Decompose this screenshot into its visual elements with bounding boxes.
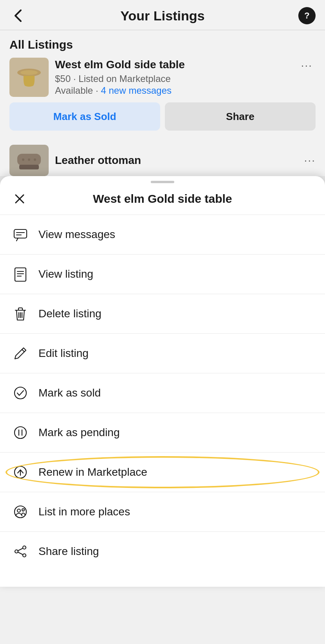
menu-label-share-listing: Share listing — [38, 545, 99, 558]
sheet-title: West elm Gold side table — [28, 192, 297, 206]
listing-title: West elm Gold side table — [55, 58, 292, 72]
listing-card-1: West elm Gold side table $50 · Listed on… — [9, 58, 316, 137]
svg-rect-7 — [14, 229, 27, 238]
listing-price-status: $50 · Listed on Marketplace — [55, 73, 292, 84]
svg-point-4 — [22, 158, 24, 161]
sheet-header: West elm Gold side table — [0, 183, 325, 215]
svg-point-13 — [17, 509, 20, 512]
menu-label-delete-listing: Delete listing — [38, 307, 101, 320]
bottom-sheet: West elm Gold side table View messages V… — [0, 176, 325, 587]
listing-2-menu-button[interactable]: ··· — [304, 154, 316, 167]
listing-actions: Mark as Sold Share — [9, 102, 316, 131]
upload-circle-icon — [11, 463, 30, 482]
menu-item-mark-as-pending[interactable]: Mark as pending — [0, 413, 325, 453]
sheet-close-button[interactable] — [11, 190, 28, 207]
listing-preview-title: Leather ottoman — [55, 154, 141, 167]
trash-icon — [11, 304, 30, 323]
svg-point-14 — [22, 509, 24, 511]
help-button[interactable]: ? — [298, 7, 316, 24]
listings-section: All Listings West elm Gold side table $5… — [0, 30, 325, 176]
back-button[interactable] — [9, 7, 27, 24]
svg-point-9 — [15, 387, 26, 399]
page-title: Your Listings — [121, 8, 205, 24]
menu-item-view-messages[interactable]: View messages — [0, 215, 325, 255]
pause-circle-icon — [11, 423, 30, 442]
menu-label-mark-as-sold: Mark as sold — [38, 387, 101, 399]
document-icon — [11, 265, 30, 284]
menu-item-mark-as-sold[interactable]: Mark as sold — [0, 373, 325, 413]
svg-rect-8 — [15, 268, 26, 281]
svg-point-17 — [23, 554, 26, 557]
people-circle-icon — [11, 502, 30, 521]
share-icon — [11, 542, 30, 561]
share-button[interactable]: Share — [165, 102, 316, 131]
listing-thumbnail — [9, 58, 49, 97]
svg-rect-3 — [19, 165, 39, 169]
menu-item-share-listing[interactable]: Share listing — [0, 532, 325, 571]
mark-as-sold-button[interactable]: Mark as Sold — [9, 102, 160, 131]
listing-thumbnail-2 — [9, 145, 49, 176]
menu-item-list-in-more-places[interactable]: List in more places — [0, 492, 325, 532]
pencil-icon — [11, 344, 30, 363]
check-circle-icon — [11, 384, 30, 402]
chat-icon — [11, 225, 30, 244]
svg-point-5 — [28, 158, 30, 161]
menu-item-view-listing[interactable]: View listing — [0, 255, 325, 294]
menu-item-edit-listing[interactable]: Edit listing — [0, 334, 325, 373]
listing-availability: Available · 4 new messages — [55, 85, 292, 96]
svg-point-10 — [15, 427, 26, 438]
all-listings-heading: All Listings — [9, 38, 316, 51]
menu-label-mark-as-pending: Mark as pending — [38, 426, 120, 439]
menu-label-edit-listing: Edit listing — [38, 347, 89, 360]
listing-card-2: Leather ottoman ··· — [9, 143, 316, 176]
new-messages-link[interactable]: 4 new messages — [101, 85, 172, 96]
svg-point-15 — [23, 546, 26, 549]
menu-item-renew-in-marketplace[interactable]: Renew in Marketplace — [0, 453, 325, 492]
sheet-handle-row — [0, 176, 325, 183]
svg-point-16 — [15, 550, 18, 553]
menu-label-view-listing: View listing — [38, 268, 93, 280]
menu-item-delete-listing[interactable]: Delete listing — [0, 294, 325, 334]
listing-info: West elm Gold side table $50 · Listed on… — [55, 58, 292, 96]
top-nav: Your Listings ? — [0, 0, 325, 30]
svg-point-6 — [34, 158, 36, 161]
menu-label-renew-in-marketplace: Renew in Marketplace — [38, 466, 147, 478]
menu-label-view-messages: View messages — [38, 228, 115, 241]
menu-label-list-in-more-places: List in more places — [38, 506, 130, 518]
listing-menu-button[interactable]: ··· — [298, 58, 316, 73]
svg-point-1 — [20, 70, 38, 75]
